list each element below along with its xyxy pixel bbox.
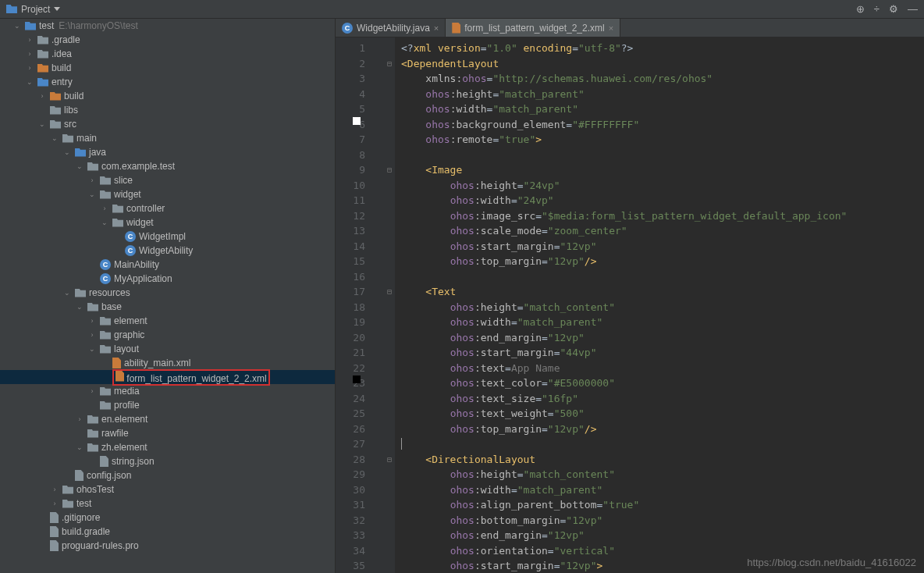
tree-row[interactable]: build.gradle [0,525,335,539]
tree-expand-chevron[interactable]: › [87,317,97,325]
code-line[interactable]: ohos:text_size="16fp" [401,391,847,407]
code-line[interactable] [401,269,847,285]
tree-row[interactable]: ⌄testE:\harmonyOS\test [0,19,335,33]
tree-row[interactable]: ⌄entry [0,75,335,89]
tree-row[interactable]: .gitignore [0,511,335,525]
tree-row[interactable]: form_list_pattern_widget_2_2.xml [0,370,335,384]
tree-row[interactable]: ⌄src [0,117,335,131]
tree-row[interactable]: ›media [0,384,335,398]
tree-row[interactable]: ⌄main [0,131,335,145]
tree-row[interactable]: ability_main.xml [0,356,335,370]
tree-expand-chevron[interactable]: › [25,64,34,72]
tree-expand-chevron[interactable]: ⌄ [87,190,97,198]
tree-row[interactable]: CMyApplication [0,272,335,286]
code-line[interactable]: ohos:remote="true"> [401,132,847,148]
fold-toggle[interactable]: ⊟ [384,162,395,178]
code-line[interactable]: ohos:background_element="#FFFFFFFF" [401,117,847,133]
code-line[interactable]: ohos:text_weight="500" [401,406,847,422]
code-line[interactable]: ohos:end_margin="12vp" [401,528,847,543]
tree-row[interactable]: CWidgetImpl [0,230,335,244]
fold-toggle[interactable]: ⊟ [384,284,395,300]
tree-row[interactable]: rawfile [0,426,335,440]
target-icon[interactable]: ⊕ [856,3,865,15]
tree-expand-chevron[interactable]: ⌄ [75,162,84,170]
code-line[interactable]: ohos:bottom_margin="12vp" [401,513,847,529]
tree-row[interactable]: ⌄widget [0,215,335,230]
code-line[interactable]: <DirectionalLayout [401,452,847,468]
gear-icon[interactable]: ⚙ [889,3,898,15]
tree-row[interactable]: ›element [0,314,335,328]
tree-expand-chevron[interactable]: ⌄ [37,120,47,128]
code-line[interactable]: ohos:height="match_parent" [401,87,847,102]
code-line[interactable] [401,436,847,452]
editor-tab[interactable]: form_list_pattern_widget_2_2.xml× [446,19,620,37]
collapse-icon[interactable]: ÷ [874,3,880,15]
tree-row[interactable]: ›graphic [0,328,335,342]
project-scope-selector[interactable]: Project [0,4,66,15]
code-line[interactable]: ohos:width="match_parent" [401,315,847,330]
code-line[interactable]: ohos:start_margin="12vp" [401,239,847,254]
code-line[interactable]: ohos:scale_mode="zoom_center" [401,223,847,239]
close-icon[interactable]: × [609,23,613,33]
tree-row[interactable]: ⌄resources [0,286,335,300]
hide-icon[interactable]: — [908,3,918,15]
tree-expand-chevron[interactable]: › [37,92,47,100]
code-line[interactable]: <?xml version="1.0" encoding="utf-8"?> [401,41,847,56]
code-line[interactable]: ohos:top_margin="12vp"/> [401,422,847,437]
tree-expand-chevron[interactable]: ⌄ [50,134,59,142]
code-line[interactable]: xmlns:ohos="http://schemas.huawei.com/re… [401,71,847,87]
tree-row[interactable]: ⌄layout [0,342,335,356]
code-line[interactable]: ohos:height="match_content" [401,467,847,482]
code-line[interactable]: ohos:start_margin="44vp" [401,345,847,361]
code-line[interactable]: ohos:width="match_parent" [401,482,847,498]
tree-row[interactable]: ›en.element [0,412,335,426]
project-tree-panel[interactable]: ⌄testE:\harmonyOS\test›.gradle›.idea›bui… [0,19,336,573]
tree-row[interactable]: ⌄com.example.test [0,159,335,173]
editor-tab[interactable]: CWidgetAbility.java× [336,19,446,37]
tree-row[interactable]: proguard-rules.pro [0,539,335,553]
fold-toggle[interactable]: ⊟ [384,452,395,468]
tree-row[interactable]: ›build [0,61,335,75]
tree-row[interactable]: ›test [0,496,335,511]
tree-expand-chevron[interactable]: › [75,415,84,423]
tree-expand-chevron[interactable]: ⌄ [100,219,109,226]
tree-row[interactable]: config.json [0,468,335,482]
tree-expand-chevron[interactable]: ⌄ [75,303,84,311]
tree-expand-chevron[interactable]: ⌄ [87,345,97,353]
tree-row[interactable]: ›slice [0,173,335,187]
tree-expand-chevron[interactable]: › [87,331,97,339]
tree-expand-chevron[interactable]: › [87,387,97,395]
tree-expand-chevron[interactable]: › [25,36,34,44]
code-line[interactable]: ohos:text=App Name [401,361,847,376]
tree-row[interactable]: ⌄widget [0,187,335,201]
tree-expand-chevron[interactable]: ⌄ [12,22,22,30]
tree-row[interactable]: ›.idea [0,47,335,61]
code-content[interactable]: <?xml version="1.0" encoding="utf-8"?><D… [395,37,853,573]
tree-row[interactable]: CWidgetAbility [0,244,335,258]
tree-expand-chevron[interactable]: › [50,500,59,507]
code-line[interactable]: ohos:width="match_parent" [401,101,847,117]
code-line[interactable]: ohos:top_margin="12vp"/> [401,254,847,269]
tree-row[interactable]: string.json [0,454,335,468]
code-line[interactable]: <Text [401,284,847,300]
code-line[interactable]: ohos:text_color="#E5000000" [401,375,847,391]
tree-expand-chevron[interactable]: › [25,50,34,58]
tree-row[interactable]: CMainAbility [0,258,335,272]
tree-row[interactable]: libs [0,103,335,117]
tree-row[interactable]: ›build [0,89,335,103]
close-icon[interactable]: × [434,23,439,33]
tree-row[interactable]: ›controller [0,201,335,215]
code-line[interactable]: ohos:image_src="$media:form_list_pattern… [401,208,847,224]
tree-expand-chevron[interactable]: ⌄ [62,148,72,156]
tree-expand-chevron[interactable]: › [50,486,59,493]
tree-row[interactable]: ⌄base [0,300,335,314]
tree-row[interactable]: ›.gradle [0,33,335,47]
tree-row[interactable]: ⌄zh.element [0,440,335,454]
code-line[interactable]: <Image [401,162,847,178]
tree-row[interactable]: ›ohosTest [0,482,335,496]
code-line[interactable]: ohos:end_margin="12vp" [401,330,847,346]
code-line[interactable]: ohos:height="match_content" [401,300,847,315]
tree-expand-chevron[interactable]: ⌄ [25,78,34,86]
tree-expand-chevron[interactable]: ⌄ [75,443,84,451]
tree-row[interactable]: profile [0,398,335,412]
